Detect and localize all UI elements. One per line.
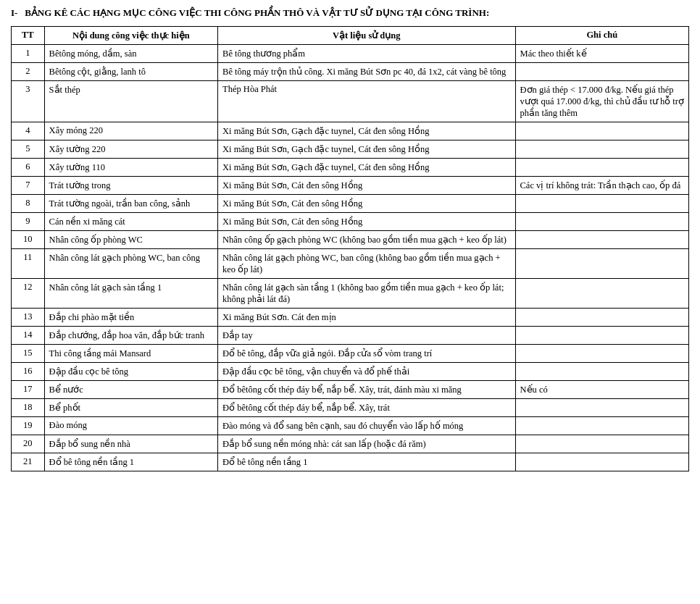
cell-tt: 14 xyxy=(12,327,45,345)
cell-vatlieu: Đắp tay xyxy=(218,327,515,345)
col-noidung: Nội dung công việc thực hiện xyxy=(44,27,217,45)
cell-ghichu xyxy=(515,195,688,213)
cell-vatlieu: Đổ bêtông cốt thép đáy bể, nắp bể. Xây, … xyxy=(218,399,515,417)
cell-vatlieu: Đổ bêtông cốt thép đáy bể, nắp bể. Xây, … xyxy=(218,381,515,399)
cell-ghichu xyxy=(515,279,688,309)
cell-tt: 15 xyxy=(12,345,45,363)
header-prefix: I- xyxy=(11,7,17,18)
cell-noidung: Đắp chướng, đắp hoa văn, đắp bức tranh xyxy=(44,327,217,345)
cell-noidung: Đập đầu cọc bê tông xyxy=(44,363,217,381)
table-row: 1Bêtông móng, dầm, sànBê tông thương phẩ… xyxy=(12,45,689,63)
table-row: 4Xây móng 220Xi măng Bút Sơn, Gạch đặc t… xyxy=(12,122,689,140)
cell-ghichu: Nếu có xyxy=(515,381,688,399)
cell-vatlieu: Đào móng và đổ sang bên cạnh, sau đó chu… xyxy=(218,417,515,435)
cell-noidung: Xây tường 110 xyxy=(44,159,217,177)
cell-vatlieu: Xi măng Bút Sơn, Cát đen sông Hồng xyxy=(218,213,515,231)
col-tt: TT xyxy=(12,27,45,45)
cell-tt: 12 xyxy=(12,279,45,309)
cell-noidung: Bể phốt xyxy=(44,399,217,417)
cell-tt: 11 xyxy=(12,249,45,279)
cell-vatlieu: Đổ bê tông, đắp vữa giả ngói. Đắp cửa sổ… xyxy=(218,345,515,363)
table-row: 8Trát tường ngoài, trần ban công, sảnhXi… xyxy=(12,195,689,213)
cell-vatlieu: Xi măng Bút Sơn, Gạch đặc tuynel, Cát đe… xyxy=(218,122,515,140)
cell-ghichu xyxy=(515,399,688,417)
cell-ghichu xyxy=(515,327,688,345)
cell-ghichu xyxy=(515,213,688,231)
col-vatlieu: Vật liệu sử dụng xyxy=(218,27,515,45)
cell-tt: 10 xyxy=(12,231,45,249)
cell-noidung: Trát tường ngoài, trần ban công, sảnh xyxy=(44,195,217,213)
table-row: 7Trát tường trongXi măng Bút Sơn, Cát đe… xyxy=(12,177,689,195)
header-text: BẢNG KÊ CÁC HẠNG MỤC CÔNG VIỆC THI CÔNG … xyxy=(25,7,489,18)
cell-ghichu xyxy=(515,435,688,453)
table-row: 10Nhân công ốp phòng WCNhân công ốp gạch… xyxy=(12,231,689,249)
cell-noidung: Cán nền xi măng cát xyxy=(44,213,217,231)
cell-noidung: Nhân công ốp phòng WC xyxy=(44,231,217,249)
cell-noidung: Sắt thép xyxy=(44,81,217,122)
cell-tt: 2 xyxy=(12,63,45,81)
cell-vatlieu: Xi măng Bút Sơn, Gạch đặc tuynel, Cát đe… xyxy=(218,159,515,177)
table-row: 16Đập đầu cọc bê tôngĐập đầu cọc bê tông… xyxy=(12,363,689,381)
cell-tt: 19 xyxy=(12,417,45,435)
cell-noidung: Bêtông cột, giằng, lanh tô xyxy=(44,63,217,81)
cell-noidung: Bêtông móng, dầm, sàn xyxy=(44,45,217,63)
cell-tt: 8 xyxy=(12,195,45,213)
cell-ghichu xyxy=(515,249,688,279)
cell-tt: 21 xyxy=(12,453,45,471)
table-row: 5Xây tường 220Xi măng Bút Sơn, Gạch đặc … xyxy=(12,140,689,159)
cell-vatlieu: Bê tông thương phẩm xyxy=(218,45,515,63)
cell-noidung: Nhân công lát gạch phòng WC, ban công xyxy=(44,249,217,279)
cell-vatlieu: Bê tông máy trộn thủ công. Xi măng Bút S… xyxy=(218,63,515,81)
table-row: 9Cán nền xi măng cátXi măng Bút Sơn, Cát… xyxy=(12,213,689,231)
cell-ghichu xyxy=(515,159,688,177)
cell-noidung: Xây tường 220 xyxy=(44,140,217,159)
cell-tt: 5 xyxy=(12,140,45,159)
cell-vatlieu: Xi măng Bút Sơn, Gạch đặc tuynel, Cát đe… xyxy=(218,140,515,159)
table-row: 15Thi công tầng mái MansardĐổ bê tông, đ… xyxy=(12,345,689,363)
cell-vatlieu: Nhân công ốp gạch phòng WC (không bao gồ… xyxy=(218,231,515,249)
cell-ghichu xyxy=(515,140,688,159)
cell-ghichu: Mác theo thiết kế xyxy=(515,45,688,63)
cell-vatlieu: Xi măng Bút Sơn, Cát đen sông Hồng xyxy=(218,177,515,195)
table-row: 6Xây tường 110Xi măng Bút Sơn, Gạch đặc … xyxy=(12,159,689,177)
cell-tt: 18 xyxy=(12,399,45,417)
cell-ghichu xyxy=(515,453,688,471)
cell-tt: 6 xyxy=(12,159,45,177)
cell-tt: 13 xyxy=(12,309,45,327)
cell-tt: 17 xyxy=(12,381,45,399)
cell-tt: 9 xyxy=(12,213,45,231)
cell-tt: 1 xyxy=(12,45,45,63)
cell-vatlieu: Đổ bê tông nền tầng 1 xyxy=(218,453,515,471)
cell-noidung: Đào móng xyxy=(44,417,217,435)
col-ghichu: Ghi chú xyxy=(515,27,688,45)
table-row: 20Đắp bổ sung nền nhàĐắp bổ sung nền món… xyxy=(12,435,689,453)
table-row: 3Sắt thépThép Hòa PhátĐơn giá thép < 17.… xyxy=(12,81,689,122)
cell-ghichu xyxy=(515,63,688,81)
cell-ghichu xyxy=(515,309,688,327)
table-row: 14Đắp chướng, đắp hoa văn, đắp bức tranh… xyxy=(12,327,689,345)
cell-ghichu xyxy=(515,345,688,363)
table-row: 17Bể nướcĐổ bêtông cốt thép đáy bể, nắp … xyxy=(12,381,689,399)
cell-noidung: Đắp chi phào mặt tiền xyxy=(44,309,217,327)
cell-vatlieu: Đắp bổ sung nền móng nhà: cát san lấp (h… xyxy=(218,435,515,453)
cell-vatlieu: Xi măng Bút Sơn. Cát đen mịn xyxy=(218,309,515,327)
table-header-row: TT Nội dung công việc thực hiện Vật liệu… xyxy=(12,27,689,45)
cell-noidung: Trát tường trong xyxy=(44,177,217,195)
cell-tt: 16 xyxy=(12,363,45,381)
table-row: 19Đào móngĐào móng và đổ sang bên cạnh, … xyxy=(12,417,689,435)
cell-vatlieu: Nhân công lát gạch phòng WC, ban công (k… xyxy=(218,249,515,279)
cell-vatlieu: Nhân công lát gạch sàn tầng 1 (không bao… xyxy=(218,279,515,309)
header-title: I- BẢNG KÊ CÁC HẠNG MỤC CÔNG VIỆC THI CÔ… xyxy=(11,7,689,19)
cell-vatlieu: Thép Hòa Phát xyxy=(218,81,515,122)
cell-ghichu: Các vị trí không trát: Trần thạch cao, ố… xyxy=(515,177,688,195)
cell-noidung: Bể nước xyxy=(44,381,217,399)
table-row: 13Đắp chi phào mặt tiềnXi măng Bút Sơn. … xyxy=(12,309,689,327)
table-row: 11Nhân công lát gạch phòng WC, ban côngN… xyxy=(12,249,689,279)
header-section: I- BẢNG KÊ CÁC HẠNG MỤC CÔNG VIỆC THI CÔ… xyxy=(11,7,689,19)
cell-ghichu xyxy=(515,122,688,140)
main-table: TT Nội dung công việc thực hiện Vật liệu… xyxy=(11,26,689,471)
cell-tt: 20 xyxy=(12,435,45,453)
cell-ghichu xyxy=(515,231,688,249)
cell-noidung: Xây móng 220 xyxy=(44,122,217,140)
cell-noidung: Đổ bê tông nền tầng 1 xyxy=(44,453,217,471)
